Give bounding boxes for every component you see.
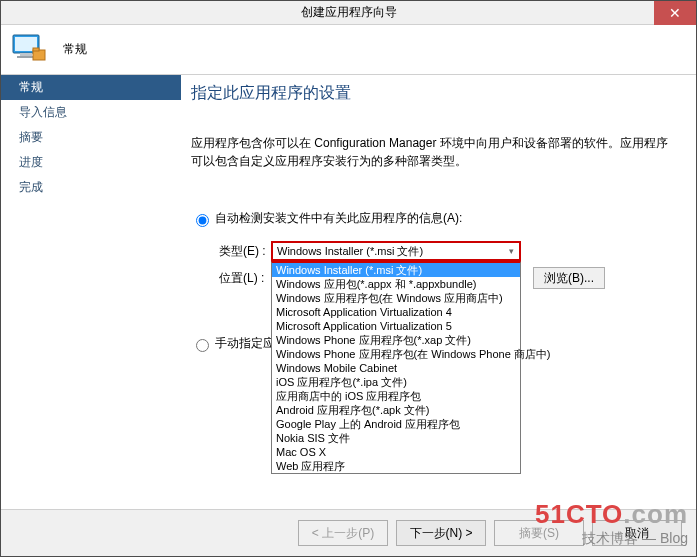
close-button[interactable]: ✕ (654, 1, 696, 25)
radio-auto-row[interactable]: 自动检测安装文件中有关此应用程序的信息(A): (191, 210, 676, 227)
browse-button[interactable]: 浏览(B)... (533, 267, 605, 289)
type-option-8[interactable]: iOS 应用程序包(*.ipa 文件) (272, 375, 520, 389)
type-option-2[interactable]: Windows 应用程序包(在 Windows 应用商店中) (272, 291, 520, 305)
titlebar: 创建应用程序向导 ✕ (1, 1, 696, 25)
content: 指定此应用程序的设置 应用程序包含你可以在 Configuration Mana… (181, 75, 696, 509)
svg-rect-2 (20, 53, 32, 56)
type-option-6[interactable]: Windows Phone 应用程序包(在 Windows Phone 商店中) (272, 347, 520, 361)
type-option-14[interactable]: Web 应用程序 (272, 459, 520, 473)
radio-auto-label: 自动检测安装文件中有关此应用程序的信息(A): (215, 210, 462, 227)
type-dropdown[interactable]: Windows Installer (*.msi 文件)Windows 应用包(… (271, 261, 521, 474)
window-title: 创建应用程序向导 (301, 4, 397, 21)
type-combobox[interactable]: Windows Installer (*.msi 文件) ▾ (271, 241, 521, 261)
sidebar-item-1[interactable]: 导入信息 (1, 100, 181, 125)
cancel-button[interactable]: 取消 (592, 520, 682, 546)
sidebar-item-0[interactable]: 常规 (1, 75, 181, 100)
sidebar-item-4[interactable]: 完成 (1, 175, 181, 200)
header-title: 常规 (63, 41, 87, 58)
page-title: 指定此应用程序的设置 (191, 83, 676, 104)
type-combobox-value: Windows Installer (*.msi 文件) (277, 245, 423, 257)
type-label: 类型(E) : (191, 243, 271, 260)
sidebar-item-2[interactable]: 摘要 (1, 125, 181, 150)
type-option-5[interactable]: Windows Phone 应用程序包(*.xap 文件) (272, 333, 520, 347)
type-option-10[interactable]: Android 应用程序包(*.apk 文件) (272, 403, 520, 417)
svg-rect-3 (17, 56, 35, 58)
type-row: 类型(E) : Windows Installer (*.msi 文件) ▾ W… (191, 241, 676, 261)
sidebar: 常规导入信息摘要进度完成 (1, 75, 181, 509)
body: 常规导入信息摘要进度完成 指定此应用程序的设置 应用程序包含你可以在 Confi… (1, 75, 696, 510)
type-option-1[interactable]: Windows 应用包(*.appx 和 *.appxbundle) (272, 277, 520, 291)
chevron-down-icon: ▾ (504, 244, 518, 258)
type-option-7[interactable]: Windows Mobile Cabinet (272, 361, 520, 375)
type-option-11[interactable]: Google Play 上的 Android 应用程序包 (272, 417, 520, 431)
svg-rect-5 (33, 48, 39, 51)
summary-button[interactable]: 摘要(S) (494, 520, 584, 546)
type-option-13[interactable]: Mac OS X (272, 445, 520, 459)
page-description: 应用程序包含你可以在 Configuration Manager 环境中向用户和… (191, 134, 676, 170)
type-option-4[interactable]: Microsoft Application Virtualization 5 (272, 319, 520, 333)
type-option-0[interactable]: Windows Installer (*.msi 文件) (272, 263, 520, 277)
type-option-3[interactable]: Microsoft Application Virtualization 4 (272, 305, 520, 319)
sidebar-item-3[interactable]: 进度 (1, 150, 181, 175)
close-icon: ✕ (669, 5, 681, 21)
wizard-icon (11, 33, 51, 67)
radio-auto[interactable] (196, 214, 209, 227)
type-option-9[interactable]: 应用商店中的 iOS 应用程序包 (272, 389, 520, 403)
app-window: 创建应用程序向导 ✕ 常规 常规导入信息摘要进度完成 指定此应用程序的设置 应用… (0, 0, 697, 557)
radio-manual[interactable] (196, 339, 209, 352)
prev-button[interactable]: < 上一步(P) (298, 520, 388, 546)
footer: < 上一步(P) 下一步(N) > 摘要(S) 取消 (1, 510, 696, 556)
header: 常规 (1, 25, 696, 75)
next-button[interactable]: 下一步(N) > (396, 520, 486, 546)
type-combo-wrap: Windows Installer (*.msi 文件) ▾ Windows I… (271, 241, 521, 261)
location-label: 位置(L) : (191, 270, 271, 287)
type-option-12[interactable]: Nokia SIS 文件 (272, 431, 520, 445)
